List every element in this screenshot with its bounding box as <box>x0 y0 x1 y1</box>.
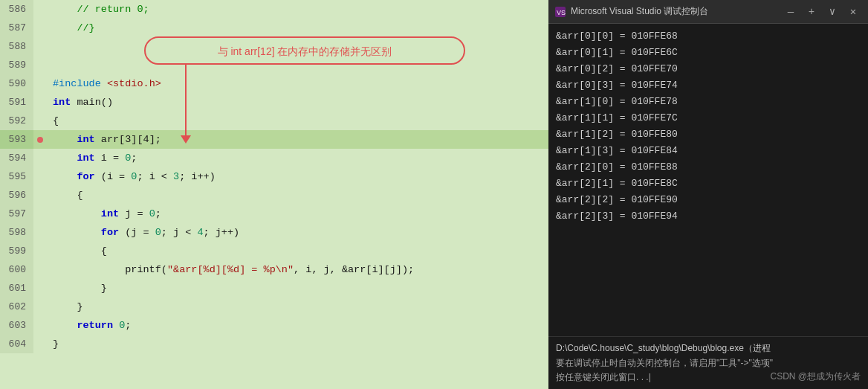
output-line-9: &arr[2][0] = 010FFE88 <box>556 159 861 176</box>
watermark: CSDN @想成为传火者 <box>770 370 861 383</box>
line-content-600: printf("&arr[%d][%d] = %p\n", i, j, &arr… <box>47 260 414 279</box>
debug-panel: VS Microsoft Visual Studio 调试控制台 — + ∨ ✕… <box>548 0 868 389</box>
code-line-597: 597 int j = 0; <box>0 205 548 223</box>
code-line-600: 600 printf("&arr[%d][%d] = %p\n", i, j, … <box>0 260 548 279</box>
svg-text:VS: VS <box>557 9 566 16</box>
line-content-603: return 0; <box>47 316 131 335</box>
line-content-602: } <box>47 298 83 316</box>
line-content-599: { <box>47 242 107 260</box>
debug-output: &arr[0][0] = 010FFE68 &arr[0][1] = 010FF… <box>548 24 868 336</box>
line-num-595: 595 <box>0 167 33 186</box>
code-line-586: 586 // return 0; <box>0 0 548 19</box>
line-num-593: 593 <box>0 130 33 149</box>
line-num-592: 592 <box>0 112 33 130</box>
debug-titlebar: VS Microsoft Visual Studio 调试控制台 — + ∨ ✕ <box>548 0 868 24</box>
line-num-603: 603 <box>0 316 33 335</box>
line-num-600: 600 <box>0 260 33 279</box>
vs-icon: VS <box>554 6 566 18</box>
main-container: 586 // return 0; 587 //} 588 589 <box>0 0 868 389</box>
debug-title-text: Microsoft Visual Studio 调试控制台 <box>571 5 779 18</box>
line-content-601: } <box>47 279 107 298</box>
minus-button[interactable]: — <box>782 3 800 21</box>
line-num-602: 602 <box>0 298 33 316</box>
status-hint1: 要在调试停止时自动关闭控制台，请启用"工具"->"选项" <box>556 356 861 370</box>
code-line-594: 594 int i = 0; <box>0 149 548 167</box>
code-line-595: 595 for (i = 0; i < 3; i++) <box>0 167 548 186</box>
line-content-604: } <box>47 335 59 353</box>
status-path: D:\Code\C.house\C_study\blog\Debug\blog.… <box>556 341 861 356</box>
output-line-7: &arr[1][2] = 010FFE80 <box>556 126 861 143</box>
output-line-5: &arr[1][0] = 010FFE78 <box>556 94 861 110</box>
output-line-2: &arr[0][1] = 010FFE6C <box>556 45 861 61</box>
output-line-10: &arr[2][1] = 010FFE8C <box>556 176 861 192</box>
line-num-591: 591 <box>0 93 33 112</box>
line-num-586: 586 <box>0 0 33 19</box>
code-line-604: 604 } <box>0 335 548 353</box>
plus-button[interactable]: + <box>803 3 820 21</box>
line-num-590: 590 <box>0 74 33 93</box>
code-line-598: 598 for (j = 0; j < 4; j++) <box>0 223 548 242</box>
line-content-588 <box>47 37 59 56</box>
output-line-12: &arr[2][3] = 010FFE94 <box>556 208 861 225</box>
line-content-595: for (i = 0; i < 3; i++) <box>47 167 216 186</box>
line-num-598: 598 <box>0 223 33 242</box>
code-line-590: 590 #include <stdio.h> <box>0 74 548 93</box>
code-line-593: 593 int arr[3][4]; <box>0 130 548 149</box>
line-content-586: // return 0; <box>47 0 149 19</box>
code-line-592: 592 { <box>0 112 548 130</box>
output-line-3: &arr[0][2] = 010FFE70 <box>556 61 861 77</box>
line-num-601: 601 <box>0 279 33 298</box>
line-num-597: 597 <box>0 205 33 223</box>
line-content-594: int i = 0; <box>47 149 137 167</box>
code-line-603: 603 return 0; <box>0 316 548 335</box>
line-num-594: 594 <box>0 149 33 167</box>
line-content-598: for (j = 0; j < 4; j++) <box>47 223 239 242</box>
output-line-4: &arr[0][3] = 010FFE74 <box>556 77 861 94</box>
line-num-588: 588 <box>0 37 33 56</box>
line-content-589 <box>47 56 59 74</box>
line-content-590: #include <stdio.h> <box>47 74 161 93</box>
code-line-587: 587 //} <box>0 19 548 37</box>
code-lines: 586 // return 0; 587 //} 588 589 <box>0 0 548 353</box>
code-line-589: 589 <box>0 56 548 74</box>
code-line-596: 596 { <box>0 186 548 205</box>
line-num-589: 589 <box>0 56 33 74</box>
code-line-588: 588 <box>0 37 548 56</box>
output-line-1: &arr[0][0] = 010FFE68 <box>556 28 861 45</box>
code-line-601: 601 } <box>0 279 548 298</box>
close-button[interactable]: ✕ <box>844 3 862 21</box>
output-line-8: &arr[1][3] = 010FFE84 <box>556 143 861 159</box>
line-num-604: 604 <box>0 335 33 353</box>
code-panel: 586 // return 0; 587 //} 588 589 <box>0 0 548 389</box>
chevron-button[interactable]: ∨ <box>823 3 841 21</box>
code-line-591: 591 int main() <box>0 93 548 112</box>
line-num-587: 587 <box>0 19 33 37</box>
line-content-596: { <box>47 186 83 205</box>
code-line-602: 602 } <box>0 298 548 316</box>
line-content-587: //} <box>47 19 95 37</box>
line-content-593: int arr[3][4]; <box>47 130 161 149</box>
line-num-596: 596 <box>0 186 33 205</box>
line-content-597: int j = 0; <box>47 205 161 223</box>
output-line-6: &arr[1][1] = 010FFE7C <box>556 110 861 126</box>
line-content-592: { <box>47 112 59 130</box>
output-line-11: &arr[2][2] = 010FFE90 <box>556 192 861 208</box>
code-line-599: 599 { <box>0 242 548 260</box>
line-num-599: 599 <box>0 242 33 260</box>
line-content-591: int main() <box>47 93 113 112</box>
